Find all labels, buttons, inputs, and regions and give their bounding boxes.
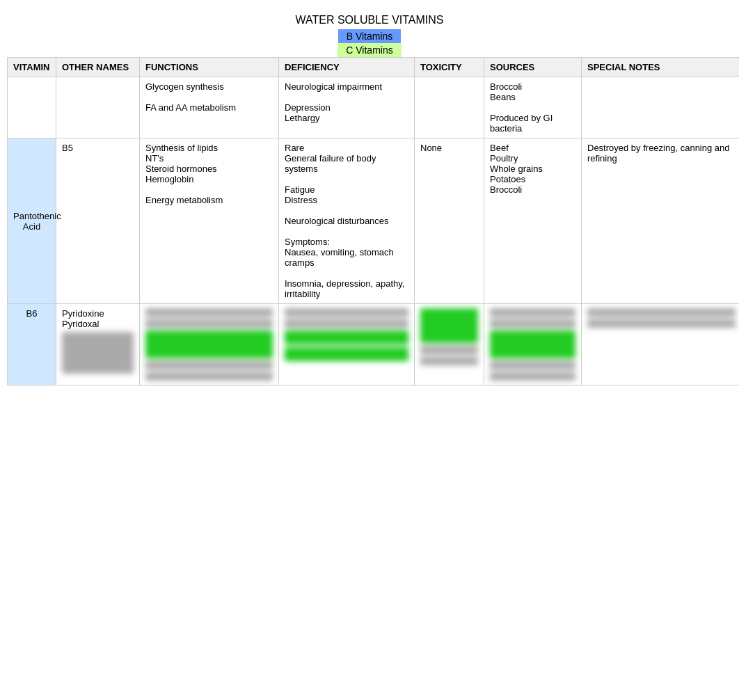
cell-other-names [56, 77, 140, 138]
toxicity-b6-blurred [420, 308, 478, 365]
table-row: PantothenicAcid B5 Synthesis of lipidsNT… [8, 138, 740, 304]
sources-text: BroccoliBeansProduced by GI bacteria [490, 81, 553, 134]
special-notes-b5-text: Destroyed by freezing, canning and refin… [587, 143, 730, 164]
cell-functions-b6 [140, 304, 279, 385]
cell-functions-b5: Synthesis of lipidsNT'sSteroid hormonesH… [140, 138, 279, 304]
header-other-names: OTHER NAMES [56, 58, 140, 77]
deficiency-text: Neurological impairmentDepressionLetharg… [285, 81, 382, 123]
cell-vitamin-b6: B6 [8, 304, 56, 385]
cell-deficiency-b6 [279, 304, 415, 385]
sources-b6-blurred [490, 308, 575, 381]
tab-c-vitamins[interactable]: C Vitamins [337, 43, 401, 57]
header-toxicity: TOXICITY [415, 58, 484, 77]
b5-label: B5 [62, 143, 73, 153]
special-notes-b6-blurred [587, 308, 736, 328]
nav-tabs: B Vitamins C Vitamins [7, 29, 732, 57]
vitamin-pantothenic-label: PantothenicAcid [13, 211, 61, 232]
cell-deficiency-b5: RareGeneral failure of body systemsFatig… [279, 138, 415, 304]
b6-label: B6 [26, 308, 38, 319]
b6-other-blurred [62, 332, 134, 374]
header-vitamin: VITAMIN [8, 58, 56, 77]
cell-sources-b5: BeefPoultryWhole grainsPotatoesBroccoli [484, 138, 582, 304]
table-row: Glycogen synthesisFA and AA metabolism N… [8, 77, 740, 138]
cell-toxicity-b5: None [415, 138, 484, 304]
cell-other-names-b6: PyridoxinePyridoxal [56, 304, 140, 385]
cell-sources-b6 [484, 304, 582, 385]
cell-deficiency: Neurological impairmentDepressionLetharg… [279, 77, 415, 138]
sources-b5-text: BeefPoultryWhole grainsPotatoesBroccoli [490, 143, 543, 195]
cell-sources: BroccoliBeansProduced by GI bacteria [484, 77, 582, 138]
header-sources: SOURCES [484, 58, 582, 77]
deficiency-b5-text: RareGeneral failure of body systemsFatig… [285, 143, 404, 299]
cell-vitamin [8, 77, 56, 138]
cell-toxicity [415, 77, 484, 138]
deficiency-b6-blurred [285, 308, 408, 361]
header-functions: FUNCTIONS [140, 58, 279, 77]
cell-vitamin-pantothenic: PantothenicAcid [8, 138, 56, 304]
page-container: WATER SOLUBLE VITAMINS B Vitamins C Vita… [0, 0, 739, 399]
page-title: WATER SOLUBLE VITAMINS [7, 14, 732, 26]
cell-functions: Glycogen synthesisFA and AA metabolism [140, 77, 279, 138]
cell-special-notes-b6 [582, 304, 740, 385]
cell-special-notes-b5: Destroyed by freezing, canning and refin… [582, 138, 740, 304]
toxicity-b5-text: None [420, 143, 442, 153]
functions-b5-text: Synthesis of lipidsNT'sSteroid hormonesH… [145, 143, 223, 205]
cell-special-notes [582, 77, 740, 138]
pyridoxine-label: PyridoxinePyridoxal [62, 308, 104, 329]
tab-b-vitamins[interactable]: B Vitamins [338, 29, 402, 43]
header-special-notes: SPECIAL NOTES [582, 58, 740, 77]
table-row: B6 PyridoxinePyridoxal [8, 304, 740, 385]
cell-toxicity-b6 [415, 304, 484, 385]
vitamins-table: VITAMIN OTHER NAMES FUNCTIONS DEFICIENCY… [7, 57, 739, 385]
header-deficiency: DEFICIENCY [279, 58, 415, 77]
functions-text: Glycogen synthesisFA and AA metabolism [145, 81, 236, 113]
functions-b6-blurred [145, 308, 273, 381]
cell-b5: B5 [56, 138, 140, 304]
